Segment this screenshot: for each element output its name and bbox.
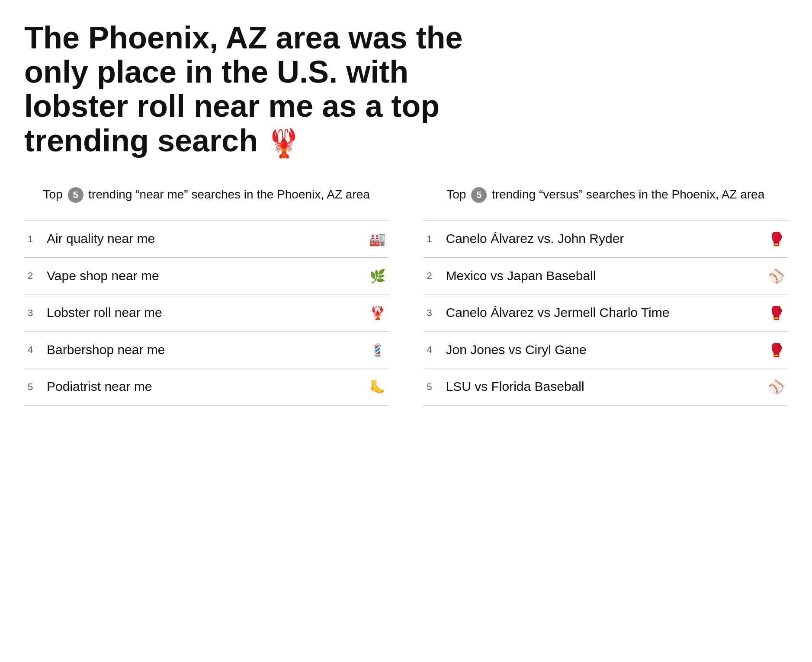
versus-section: Top 5 trending “versus” searches in the … — [424, 186, 788, 406]
trend-icon: 🏭 — [368, 231, 385, 246]
nearme-badge: 5 — [68, 187, 83, 203]
trend-label: Canelo Álvarez vs Jermell Charlo Time — [446, 304, 761, 322]
trend-icon: 🥊 — [767, 305, 784, 320]
nearme-list: 1 Air quality near me 🏭 2 Vape shop near… — [24, 220, 389, 406]
page-headline: The Phoenix, AZ area was the only place … — [24, 21, 500, 158]
rank-label: 3 — [28, 307, 40, 319]
trend-label: Podiatrist near me — [47, 378, 361, 396]
trend-icon: 🥊 — [767, 231, 784, 246]
trend-label: Air quality near me — [47, 230, 361, 248]
nearme-header-prefix: Top — [43, 188, 63, 201]
rank-label: 3 — [427, 307, 439, 319]
list-item: 3 Lobster roll near me 🦞 — [24, 294, 389, 332]
rank-label: 2 — [28, 270, 40, 281]
list-item: 5 LSU vs Florida Baseball ⚾ — [424, 368, 788, 406]
rank-label: 4 — [28, 344, 40, 355]
trend-label: Vape shop near me — [47, 267, 361, 285]
list-item: 3 Canelo Álvarez vs Jermell Charlo Time … — [424, 294, 788, 332]
trend-label: LSU vs Florida Baseball — [446, 378, 761, 396]
trend-icon: ⚾ — [767, 379, 784, 394]
headline-text: The Phoenix, AZ area was the only place … — [24, 20, 463, 158]
versus-header: Top 5 trending “versus” searches in the … — [424, 186, 788, 203]
trend-icon: 🦞 — [368, 305, 385, 320]
versus-badge: 5 — [471, 187, 487, 203]
headline-emoji: 🦞 — [266, 127, 301, 158]
rank-label: 1 — [28, 233, 40, 245]
rank-label: 1 — [427, 233, 439, 245]
trend-icon: ⚾ — [767, 269, 784, 284]
trend-label: Barbershop near me — [47, 341, 361, 359]
trend-label: Lobster roll near me — [47, 304, 361, 322]
list-item: 2 Vape shop near me 🌿 — [24, 258, 389, 295]
versus-header-prefix: Top — [446, 188, 466, 201]
trend-label: Jon Jones vs Ciryl Gane — [446, 341, 761, 359]
trend-label: Mexico vs Japan Baseball — [446, 267, 761, 285]
versus-list: 1 Canelo Álvarez vs. John Ryder 🥊 2 Mexi… — [424, 220, 788, 406]
list-item: 1 Canelo Álvarez vs. John Ryder 🥊 — [424, 221, 788, 258]
list-item: 1 Air quality near me 🏭 — [24, 221, 389, 258]
trend-label: Canelo Álvarez vs. John Ryder — [446, 230, 761, 248]
trend-icon: 🦶 — [368, 379, 385, 394]
rank-label: 5 — [28, 381, 40, 393]
rank-label: 4 — [427, 344, 439, 355]
lists-container: Top 5 trending “near me” searches in the… — [24, 186, 788, 406]
list-item: 5 Podiatrist near me 🦶 — [24, 368, 389, 406]
nearme-header: Top 5 trending “near me” searches in the… — [24, 186, 389, 203]
nearme-section: Top 5 trending “near me” searches in the… — [24, 186, 389, 406]
rank-label: 5 — [427, 381, 439, 393]
versus-header-suffix: trending “versus” searches in the Phoeni… — [492, 188, 764, 201]
nearme-header-suffix: trending “near me” searches in the Phoen… — [88, 188, 370, 201]
rank-label: 2 — [427, 270, 439, 281]
list-item: 4 Jon Jones vs Ciryl Gane 🥊 — [424, 332, 788, 369]
trend-icon: 🥊 — [767, 342, 784, 358]
list-item: 4 Barbershop near me 💈 — [24, 332, 389, 369]
list-item: 2 Mexico vs Japan Baseball ⚾ — [424, 258, 788, 295]
trend-icon: 💈 — [368, 342, 385, 358]
trend-icon: 🌿 — [368, 269, 385, 284]
